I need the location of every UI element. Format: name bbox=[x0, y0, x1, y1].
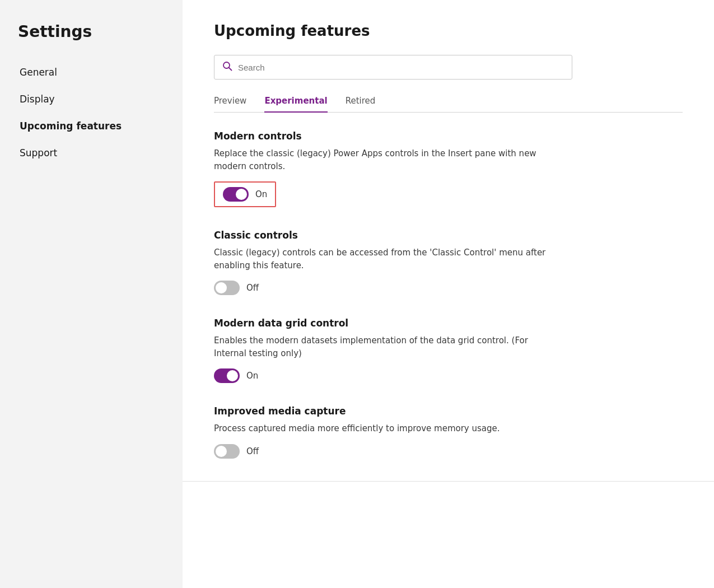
feature-modern-data-grid-desc: Enables the modern datasets implementati… bbox=[214, 334, 561, 360]
tab-retired[interactable]: Retired bbox=[346, 96, 376, 113]
classic-controls-toggle-thumb bbox=[216, 282, 227, 293]
modern-controls-toggle-label: On bbox=[255, 189, 267, 199]
main-content: Upcoming features Preview Experimental R… bbox=[183, 0, 714, 588]
feature-modern-controls-desc: Replace the classic (legacy) Power Apps … bbox=[214, 147, 561, 172]
modern-controls-toggle-highlight: On bbox=[214, 181, 276, 207]
tab-experimental[interactable]: Experimental bbox=[264, 96, 327, 113]
search-icon bbox=[222, 61, 232, 73]
sidebar: Settings General Display Upcoming featur… bbox=[0, 0, 183, 588]
feature-improved-media-capture-desc: Process captured media more efficiently … bbox=[214, 422, 561, 435]
classic-controls-toggle-label: Off bbox=[246, 283, 259, 293]
svg-point-0 bbox=[223, 62, 230, 68]
page-title: Upcoming features bbox=[214, 22, 683, 39]
feature-classic-controls-title: Classic controls bbox=[214, 230, 683, 241]
svg-line-1 bbox=[229, 68, 232, 71]
search-input[interactable] bbox=[238, 63, 564, 72]
modern-controls-toggle-row: On bbox=[223, 187, 267, 202]
improved-media-capture-toggle[interactable] bbox=[214, 444, 240, 459]
feature-classic-controls-desc: Classic (legacy) controls can be accesse… bbox=[214, 246, 561, 272]
modern-controls-toggle-thumb bbox=[236, 189, 247, 200]
sidebar-title: Settings bbox=[0, 22, 183, 59]
tab-preview[interactable]: Preview bbox=[214, 96, 246, 113]
feature-modern-data-grid-title: Modern data grid control bbox=[214, 318, 683, 329]
improved-media-capture-toggle-row: Off bbox=[214, 444, 683, 459]
feature-classic-controls: Classic controls Classic (legacy) contro… bbox=[214, 230, 683, 295]
modern-data-grid-toggle-row: On bbox=[214, 368, 683, 383]
tabs: Preview Experimental Retired bbox=[214, 95, 683, 113]
modern-data-grid-toggle[interactable] bbox=[214, 368, 240, 383]
sidebar-item-general[interactable]: General bbox=[0, 59, 183, 86]
feature-improved-media-capture: Improved media capture Process captured … bbox=[214, 405, 683, 459]
sidebar-nav: General Display Upcoming features Suppor… bbox=[0, 59, 183, 166]
improved-media-capture-toggle-label: Off bbox=[246, 446, 259, 456]
improved-media-capture-toggle-thumb bbox=[216, 446, 227, 457]
sidebar-item-support[interactable]: Support bbox=[0, 139, 183, 166]
modern-data-grid-toggle-thumb bbox=[227, 370, 238, 381]
modern-data-grid-toggle-label: On bbox=[246, 371, 258, 381]
feature-modern-controls: Modern controls Replace the classic (leg… bbox=[214, 130, 683, 207]
feature-improved-media-capture-title: Improved media capture bbox=[214, 405, 683, 417]
bottom-divider bbox=[183, 481, 714, 482]
sidebar-item-upcoming-features[interactable]: Upcoming features bbox=[0, 113, 183, 139]
classic-controls-toggle[interactable] bbox=[214, 281, 240, 295]
feature-modern-data-grid: Modern data grid control Enables the mod… bbox=[214, 318, 683, 383]
classic-controls-toggle-row: Off bbox=[214, 281, 683, 295]
sidebar-item-display[interactable]: Display bbox=[0, 86, 183, 113]
modern-controls-toggle[interactable] bbox=[223, 187, 249, 202]
feature-modern-controls-title: Modern controls bbox=[214, 130, 683, 142]
search-box bbox=[214, 55, 572, 80]
